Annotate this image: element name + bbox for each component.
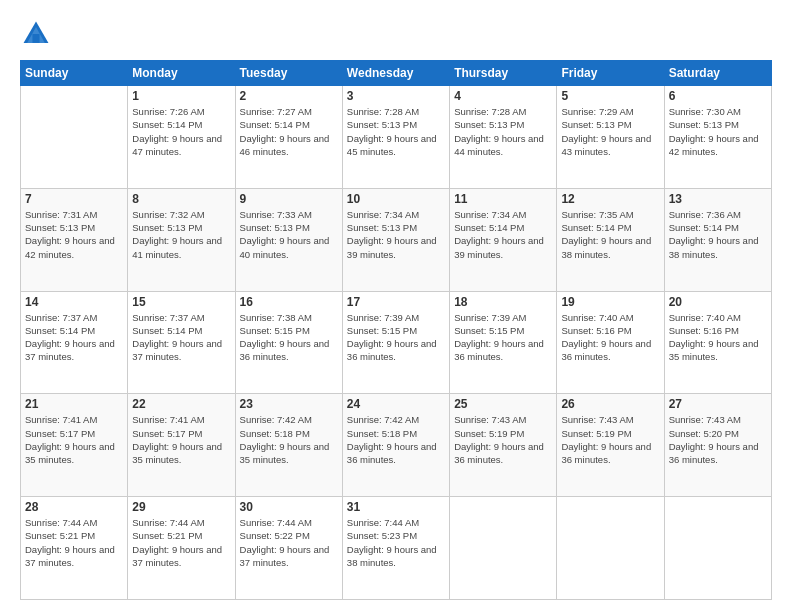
- calendar-cell: 22Sunrise: 7:41 AMSunset: 5:17 PMDayligh…: [128, 394, 235, 497]
- day-number: 3: [347, 89, 445, 103]
- weekday-header: Sunday: [21, 61, 128, 86]
- day-number: 13: [669, 192, 767, 206]
- day-number: 19: [561, 295, 659, 309]
- day-info: Sunrise: 7:36 AMSunset: 5:14 PMDaylight:…: [669, 208, 767, 261]
- day-info: Sunrise: 7:29 AMSunset: 5:13 PMDaylight:…: [561, 105, 659, 158]
- calendar-cell: 12Sunrise: 7:35 AMSunset: 5:14 PMDayligh…: [557, 188, 664, 291]
- day-number: 2: [240, 89, 338, 103]
- weekday-header: Monday: [128, 61, 235, 86]
- calendar-cell: 17Sunrise: 7:39 AMSunset: 5:15 PMDayligh…: [342, 291, 449, 394]
- day-number: 21: [25, 397, 123, 411]
- day-number: 27: [669, 397, 767, 411]
- day-info: Sunrise: 7:26 AMSunset: 5:14 PMDaylight:…: [132, 105, 230, 158]
- day-info: Sunrise: 7:44 AMSunset: 5:23 PMDaylight:…: [347, 516, 445, 569]
- day-info: Sunrise: 7:35 AMSunset: 5:14 PMDaylight:…: [561, 208, 659, 261]
- logo-icon: [20, 18, 52, 50]
- day-info: Sunrise: 7:33 AMSunset: 5:13 PMDaylight:…: [240, 208, 338, 261]
- header: [20, 18, 772, 50]
- day-number: 30: [240, 500, 338, 514]
- day-number: 23: [240, 397, 338, 411]
- weekday-header: Wednesday: [342, 61, 449, 86]
- calendar-cell: 29Sunrise: 7:44 AMSunset: 5:21 PMDayligh…: [128, 497, 235, 600]
- day-number: 31: [347, 500, 445, 514]
- calendar-week-row: 28Sunrise: 7:44 AMSunset: 5:21 PMDayligh…: [21, 497, 772, 600]
- weekday-header: Saturday: [664, 61, 771, 86]
- calendar-cell: 7Sunrise: 7:31 AMSunset: 5:13 PMDaylight…: [21, 188, 128, 291]
- day-info: Sunrise: 7:30 AMSunset: 5:13 PMDaylight:…: [669, 105, 767, 158]
- day-info: Sunrise: 7:40 AMSunset: 5:16 PMDaylight:…: [561, 311, 659, 364]
- calendar-cell: 3Sunrise: 7:28 AMSunset: 5:13 PMDaylight…: [342, 86, 449, 189]
- day-number: 26: [561, 397, 659, 411]
- calendar-week-row: 1Sunrise: 7:26 AMSunset: 5:14 PMDaylight…: [21, 86, 772, 189]
- calendar-week-row: 7Sunrise: 7:31 AMSunset: 5:13 PMDaylight…: [21, 188, 772, 291]
- calendar-cell: 5Sunrise: 7:29 AMSunset: 5:13 PMDaylight…: [557, 86, 664, 189]
- day-info: Sunrise: 7:40 AMSunset: 5:16 PMDaylight:…: [669, 311, 767, 364]
- day-info: Sunrise: 7:39 AMSunset: 5:15 PMDaylight:…: [347, 311, 445, 364]
- day-number: 18: [454, 295, 552, 309]
- day-number: 4: [454, 89, 552, 103]
- day-number: 20: [669, 295, 767, 309]
- day-info: Sunrise: 7:34 AMSunset: 5:14 PMDaylight:…: [454, 208, 552, 261]
- weekday-header-row: SundayMondayTuesdayWednesdayThursdayFrid…: [21, 61, 772, 86]
- day-number: 10: [347, 192, 445, 206]
- day-number: 25: [454, 397, 552, 411]
- calendar-cell: 4Sunrise: 7:28 AMSunset: 5:13 PMDaylight…: [450, 86, 557, 189]
- day-info: Sunrise: 7:31 AMSunset: 5:13 PMDaylight:…: [25, 208, 123, 261]
- weekday-header: Friday: [557, 61, 664, 86]
- calendar-cell: 10Sunrise: 7:34 AMSunset: 5:13 PMDayligh…: [342, 188, 449, 291]
- day-info: Sunrise: 7:41 AMSunset: 5:17 PMDaylight:…: [132, 413, 230, 466]
- calendar-cell: 23Sunrise: 7:42 AMSunset: 5:18 PMDayligh…: [235, 394, 342, 497]
- day-number: 15: [132, 295, 230, 309]
- calendar-cell: 30Sunrise: 7:44 AMSunset: 5:22 PMDayligh…: [235, 497, 342, 600]
- day-info: Sunrise: 7:34 AMSunset: 5:13 PMDaylight:…: [347, 208, 445, 261]
- day-info: Sunrise: 7:28 AMSunset: 5:13 PMDaylight:…: [454, 105, 552, 158]
- day-number: 29: [132, 500, 230, 514]
- calendar-cell: 21Sunrise: 7:41 AMSunset: 5:17 PMDayligh…: [21, 394, 128, 497]
- day-number: 9: [240, 192, 338, 206]
- weekday-header: Tuesday: [235, 61, 342, 86]
- calendar-cell: 28Sunrise: 7:44 AMSunset: 5:21 PMDayligh…: [21, 497, 128, 600]
- calendar-cell: 6Sunrise: 7:30 AMSunset: 5:13 PMDaylight…: [664, 86, 771, 189]
- calendar-cell: 2Sunrise: 7:27 AMSunset: 5:14 PMDaylight…: [235, 86, 342, 189]
- page: SundayMondayTuesdayWednesdayThursdayFrid…: [0, 0, 792, 612]
- calendar-week-row: 14Sunrise: 7:37 AMSunset: 5:14 PMDayligh…: [21, 291, 772, 394]
- day-number: 5: [561, 89, 659, 103]
- day-number: 22: [132, 397, 230, 411]
- calendar-cell: 9Sunrise: 7:33 AMSunset: 5:13 PMDaylight…: [235, 188, 342, 291]
- calendar-cell: 18Sunrise: 7:39 AMSunset: 5:15 PMDayligh…: [450, 291, 557, 394]
- calendar-cell: 26Sunrise: 7:43 AMSunset: 5:19 PMDayligh…: [557, 394, 664, 497]
- day-info: Sunrise: 7:41 AMSunset: 5:17 PMDaylight:…: [25, 413, 123, 466]
- day-info: Sunrise: 7:39 AMSunset: 5:15 PMDaylight:…: [454, 311, 552, 364]
- day-number: 16: [240, 295, 338, 309]
- calendar-cell: 13Sunrise: 7:36 AMSunset: 5:14 PMDayligh…: [664, 188, 771, 291]
- day-number: 1: [132, 89, 230, 103]
- day-number: 12: [561, 192, 659, 206]
- day-info: Sunrise: 7:44 AMSunset: 5:21 PMDaylight:…: [25, 516, 123, 569]
- day-info: Sunrise: 7:28 AMSunset: 5:13 PMDaylight:…: [347, 105, 445, 158]
- calendar-cell: 16Sunrise: 7:38 AMSunset: 5:15 PMDayligh…: [235, 291, 342, 394]
- day-number: 24: [347, 397, 445, 411]
- day-info: Sunrise: 7:43 AMSunset: 5:19 PMDaylight:…: [454, 413, 552, 466]
- svg-rect-2: [32, 34, 39, 43]
- day-info: Sunrise: 7:38 AMSunset: 5:15 PMDaylight:…: [240, 311, 338, 364]
- calendar-cell: 11Sunrise: 7:34 AMSunset: 5:14 PMDayligh…: [450, 188, 557, 291]
- day-info: Sunrise: 7:32 AMSunset: 5:13 PMDaylight:…: [132, 208, 230, 261]
- calendar-cell: 19Sunrise: 7:40 AMSunset: 5:16 PMDayligh…: [557, 291, 664, 394]
- day-info: Sunrise: 7:44 AMSunset: 5:22 PMDaylight:…: [240, 516, 338, 569]
- day-number: 28: [25, 500, 123, 514]
- calendar-cell: 25Sunrise: 7:43 AMSunset: 5:19 PMDayligh…: [450, 394, 557, 497]
- logo: [20, 18, 56, 50]
- day-number: 17: [347, 295, 445, 309]
- calendar-cell: 20Sunrise: 7:40 AMSunset: 5:16 PMDayligh…: [664, 291, 771, 394]
- day-info: Sunrise: 7:42 AMSunset: 5:18 PMDaylight:…: [240, 413, 338, 466]
- calendar-table: SundayMondayTuesdayWednesdayThursdayFrid…: [20, 60, 772, 600]
- day-info: Sunrise: 7:44 AMSunset: 5:21 PMDaylight:…: [132, 516, 230, 569]
- calendar-cell: [21, 86, 128, 189]
- day-info: Sunrise: 7:43 AMSunset: 5:20 PMDaylight:…: [669, 413, 767, 466]
- day-number: 11: [454, 192, 552, 206]
- day-number: 8: [132, 192, 230, 206]
- calendar-week-row: 21Sunrise: 7:41 AMSunset: 5:17 PMDayligh…: [21, 394, 772, 497]
- calendar-cell: [450, 497, 557, 600]
- day-info: Sunrise: 7:37 AMSunset: 5:14 PMDaylight:…: [25, 311, 123, 364]
- calendar-cell: 1Sunrise: 7:26 AMSunset: 5:14 PMDaylight…: [128, 86, 235, 189]
